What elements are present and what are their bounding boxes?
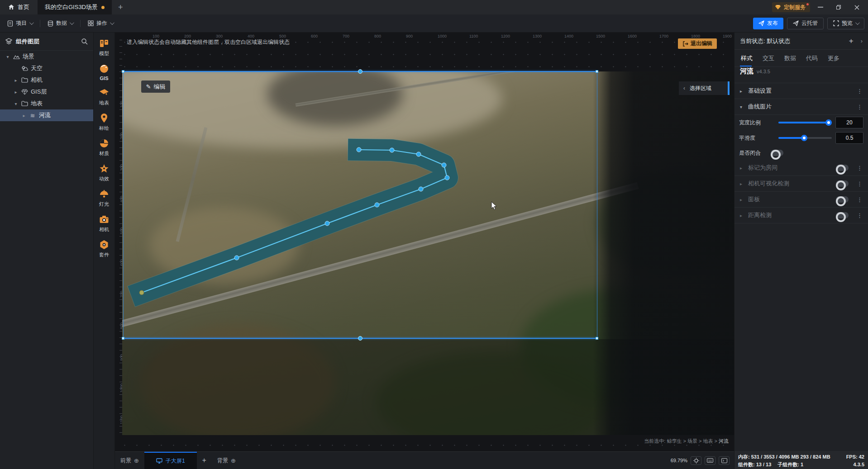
console-button[interactable] (719, 456, 730, 465)
tree-arrow[interactable]: ▸ (14, 78, 18, 83)
collapse-arrow[interactable]: ▸ (740, 181, 744, 186)
search-icon[interactable] (81, 38, 88, 45)
collapse-arrow[interactable]: ▸ (740, 166, 744, 171)
add-state-button[interactable]: + (849, 37, 854, 46)
section-camera-visibility-check[interactable]: ▸ 相机可视化检测 ⋮ (734, 176, 868, 192)
distance-check-toggle[interactable] (836, 212, 849, 218)
selection-handle-n[interactable] (358, 69, 362, 74)
tree-arrow[interactable]: ▾ (5, 54, 10, 59)
section-menu-icon[interactable]: ⋮ (857, 88, 863, 95)
menu-project[interactable]: 项目 (0, 14, 40, 32)
cloud-hosting-button[interactable]: 云托管 (787, 18, 824, 29)
menu-operate[interactable]: 操作 (81, 14, 120, 32)
tree-arrow[interactable]: ▾ (14, 101, 18, 106)
section-mark-as-room[interactable]: ▸ 标记为房间 ⋮ (734, 160, 868, 176)
section-menu-icon[interactable]: ⋮ (857, 180, 863, 187)
collapse-arrow[interactable]: ▾ (740, 104, 744, 109)
dock-item-kit[interactable]: 套件 (99, 239, 110, 258)
add-background-icon[interactable]: ⊕ (231, 457, 236, 464)
mark-as-room-toggle[interactable] (836, 165, 849, 171)
fit-screen-button[interactable] (691, 456, 701, 465)
tab-style[interactable]: 样式 (741, 54, 753, 66)
scene-tab[interactable]: 我的空白GIS3D场景 (38, 0, 112, 14)
section-curve-patch[interactable]: ▾ 曲线面片 ⋮ (734, 99, 868, 115)
section-panel[interactable]: ▸ 面板 ⋮ (734, 192, 868, 208)
viewport-workspace[interactable]: 1002003004005006007008009001000110012001… (115, 33, 734, 451)
background-tab[interactable]: 背景 ⊕ (212, 452, 241, 469)
selection-handle-sw[interactable] (122, 337, 124, 340)
menu-project-label: 项目 (16, 19, 27, 27)
selection-handle-se[interactable] (596, 337, 598, 340)
dock-item-terrain[interactable]: 地表 (99, 87, 110, 106)
section-menu-icon[interactable]: ⋮ (857, 104, 863, 110)
selection-right-edge[interactable] (597, 71, 597, 338)
tree-item-sky[interactable]: 天空 (0, 62, 93, 74)
tree-arrow[interactable]: ▸ (14, 90, 18, 95)
section-menu-icon[interactable]: ⋮ (857, 212, 863, 219)
tab-data[interactable]: 数据 (784, 54, 796, 66)
selection-handle-s[interactable] (358, 336, 362, 341)
ruler-label: 1100 (469, 34, 478, 38)
tree-item-terrain-group[interactable]: ▾ 地表 (0, 98, 93, 109)
tree-arrow[interactable]: ▸ (22, 113, 26, 118)
closed-toggle[interactable] (771, 150, 783, 156)
collapse-arrow[interactable]: ▸ (740, 213, 744, 218)
restore-button[interactable] (831, 1, 846, 13)
exit-edit-button[interactable]: 退出编辑 (678, 38, 717, 49)
dock-item-animation[interactable]: 动效 (99, 163, 110, 182)
edit-mode-banner: 进入编辑状态会自动隐藏其他组件图层，双击空白区域退出编辑状态 (127, 38, 290, 46)
custom-service-button[interactable]: 定制服务 (772, 2, 810, 12)
plus-icon: + (202, 456, 206, 464)
dock-item-gis[interactable]: GIS (99, 63, 110, 81)
tab-more[interactable]: 更多 (828, 54, 839, 66)
dock-item-light[interactable]: 灯光 (99, 189, 110, 208)
preview-button[interactable]: 预览 (827, 18, 864, 29)
section-basic-settings[interactable]: ▸ 基础设置 ⋮ (734, 83, 868, 99)
unsaved-dot (101, 6, 105, 9)
tree-item-camera-group[interactable]: ▸ 相机 (0, 74, 93, 86)
section-distance-check[interactable]: ▸ 距离检测 ⋮ (734, 208, 868, 223)
add-foreground-icon[interactable]: ⊕ (134, 457, 139, 464)
selection-handle-nw[interactable] (122, 70, 124, 73)
next-state-chevron[interactable]: › (861, 38, 863, 44)
dock-item-plot[interactable]: 标绘 (99, 113, 110, 132)
new-tab-plus-label: + (118, 3, 123, 12)
foreground-tab[interactable]: 前景 ⊕ (115, 452, 144, 469)
width-ratio-slider[interactable] (778, 122, 832, 123)
home-tab[interactable]: 首页 (0, 0, 38, 14)
selection-left-edge[interactable] (123, 71, 124, 338)
tree-item-gis-layer[interactable]: ▸ GIS层 (0, 86, 93, 98)
tree-item-scene[interactable]: ▾ 场景 (0, 51, 93, 62)
tree-item-river[interactable]: ▸ ≋ 河流 (0, 109, 93, 121)
screen-tab-active[interactable]: 子大屏1 (144, 452, 197, 469)
tab-interaction[interactable]: 交互 (763, 54, 774, 66)
tab-code[interactable]: 代码 (806, 54, 818, 66)
fit-screen-icon (693, 458, 699, 464)
width-ratio-input[interactable]: 20 (835, 117, 863, 128)
add-screen-tab[interactable]: + (197, 452, 212, 469)
camera-visibility-toggle[interactable] (836, 180, 849, 187)
menu-data[interactable]: 数据 (40, 14, 80, 32)
section-menu-icon[interactable]: ⋮ (857, 196, 863, 203)
minimize-button[interactable] (813, 1, 828, 13)
close-button[interactable] (849, 1, 864, 13)
selection-handle-ne[interactable] (596, 70, 598, 73)
new-tab-button[interactable]: + (112, 0, 129, 14)
smoothness-input[interactable]: 0.5 (835, 132, 863, 144)
collapse-arrow[interactable]: ▸ (740, 197, 744, 202)
collapse-left-icon[interactable]: ‹ (679, 85, 690, 91)
section-menu-icon[interactable]: ⋮ (857, 165, 863, 171)
publish-button[interactable]: 发布 (753, 18, 783, 29)
smoothness-slider[interactable] (778, 137, 832, 139)
dock-item-material[interactable]: 材质 (99, 138, 110, 157)
keyboard-shortcuts-button[interactable] (705, 456, 715, 465)
dock-item-camera[interactable]: 相机 (99, 214, 110, 233)
publish-label: 发布 (767, 19, 778, 27)
panel-toggle[interactable] (836, 196, 849, 203)
dock-item-model[interactable]: 模型 (99, 38, 110, 57)
collapse-arrow[interactable]: ▸ (740, 89, 744, 94)
zoom-level[interactable]: 69.79% (671, 458, 687, 463)
select-region-panel[interactable]: ‹ 选择区域 (679, 81, 730, 95)
performance-info: 内存: 531 / 3553 / 4096 MB 293 / 824 MB FP… (734, 451, 868, 469)
gis-map[interactable] (122, 71, 734, 435)
